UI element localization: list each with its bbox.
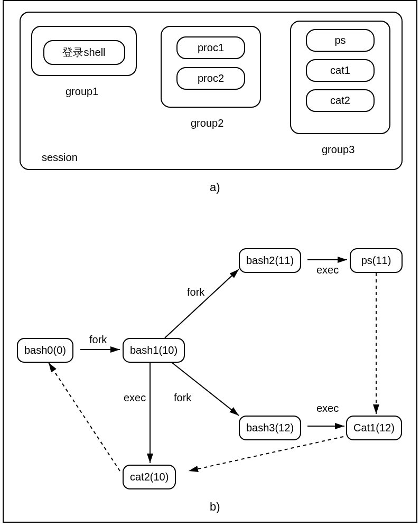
svg-line-7 — [189, 437, 343, 471]
figure-frame: 登录shell group1 proc1 proc2 group2 ps cat… — [3, 0, 417, 523]
node-cat2: cat2(10) — [123, 465, 176, 489]
session-box: 登录shell group1 proc1 proc2 group2 ps cat… — [20, 12, 403, 170]
edge-bash3-cat1: exec — [315, 402, 340, 414]
session-label: session — [42, 152, 78, 164]
svg-line-8 — [49, 363, 120, 471]
node-bash3: bash3(12) — [239, 416, 301, 440]
flow-arrows — [12, 233, 413, 495]
edge-bash0-bash1: fork — [88, 334, 108, 346]
group2-box: proc1 proc2 — [161, 26, 261, 108]
svg-line-2 — [170, 361, 239, 416]
proc-login-shell: 登录shell — [43, 40, 125, 65]
node-bash0: bash0(0) — [17, 338, 73, 363]
proc-ps: ps — [306, 29, 375, 52]
figure-a-label: a) — [210, 181, 220, 194]
proc-cat1: cat1 — [306, 59, 375, 82]
group1-label: group1 — [66, 86, 98, 98]
figure-b-label: b) — [210, 500, 220, 514]
proc-proc2: proc2 — [176, 67, 245, 90]
svg-line-1 — [165, 269, 239, 338]
edge-bash1-bash3: fork — [173, 392, 192, 404]
flow-diagram: bash0(0) bash1(10) bash2(11) bash3(12) p… — [12, 233, 413, 495]
node-cat1: Cat1(12) — [346, 416, 402, 440]
node-bash2: bash2(11) — [239, 248, 301, 273]
edge-bash2-ps: exec — [315, 264, 340, 276]
group2-label: group2 — [191, 117, 223, 129]
group1-box: 登录shell — [31, 26, 137, 76]
proc-cat2: cat2 — [306, 89, 375, 112]
proc-proc1: proc1 — [176, 36, 245, 59]
group3-box: ps cat1 cat2 — [290, 21, 390, 134]
edge-bash1-bash2: fork — [186, 286, 206, 298]
group3-label: group3 — [322, 144, 354, 156]
edge-bash1-cat2: exec — [123, 392, 147, 404]
node-bash1: bash1(10) — [123, 338, 185, 363]
node-ps: ps(11) — [350, 248, 403, 273]
